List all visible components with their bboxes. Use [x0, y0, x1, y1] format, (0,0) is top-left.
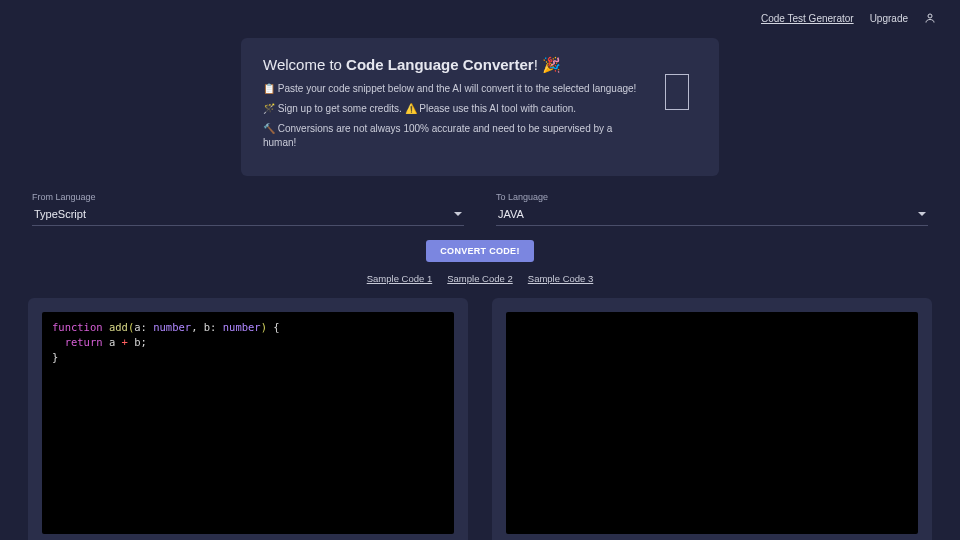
tok-kw-return: return — [65, 336, 103, 348]
sample-code-3[interactable]: Sample Code 3 — [528, 273, 593, 284]
nav-upgrade[interactable]: Upgrade — [870, 13, 908, 24]
from-language-select[interactable]: TypeScript — [32, 205, 464, 226]
source-pane: function add(a: number, b: number) { ret… — [28, 298, 468, 540]
output-code-editor[interactable] — [506, 312, 918, 534]
to-language-select[interactable]: JAVA — [496, 205, 928, 226]
welcome-title-bold: Code Language Converter — [346, 56, 534, 73]
tok-kw-function: function — [52, 321, 103, 333]
welcome-line-1: 📋 Paste your code snippet below and the … — [263, 82, 645, 96]
welcome-glyph-icon — [665, 74, 689, 110]
chevron-down-icon — [918, 212, 926, 216]
welcome-title-prefix: Welcome to — [263, 56, 346, 73]
welcome-line-3: 🔨 Conversions are not always 100% accura… — [263, 122, 645, 150]
sample-code-2[interactable]: Sample Code 2 — [447, 273, 512, 284]
welcome-card: Welcome to Code Language Converter! 🎉 📋 … — [241, 38, 719, 176]
welcome-title-suffix: ! 🎉 — [534, 56, 561, 73]
source-code-editor[interactable]: function add(a: number, b: number) { ret… — [42, 312, 454, 534]
nav-code-test-generator[interactable]: Code Test Generator — [761, 13, 854, 24]
from-language-value: TypeScript — [34, 208, 86, 220]
from-language-label: From Language — [32, 192, 464, 202]
sample-code-1[interactable]: Sample Code 1 — [367, 273, 432, 284]
welcome-line-2: 🪄 Sign up to get some credits. ⚠️ Please… — [263, 102, 645, 116]
to-language-value: JAVA — [498, 208, 524, 220]
user-icon[interactable] — [924, 12, 936, 24]
tok-fn-name: add — [109, 321, 128, 333]
convert-button[interactable]: CONVERT CODE! — [426, 240, 533, 262]
output-pane — [492, 298, 932, 540]
welcome-title: Welcome to Code Language Converter! 🎉 — [263, 56, 645, 74]
to-language-label: To Language — [496, 192, 928, 202]
svg-point-0 — [928, 14, 932, 18]
chevron-down-icon — [454, 212, 462, 216]
